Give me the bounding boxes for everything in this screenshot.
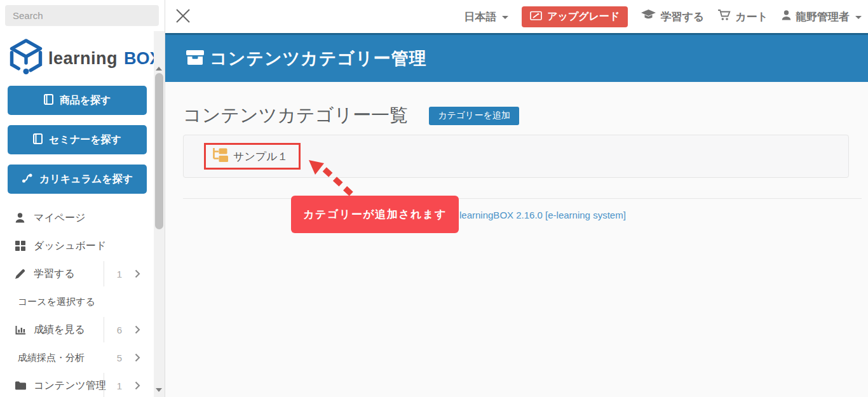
footer-version-link[interactable]: learningBOX 2.16.0 [e-learning system] (459, 210, 626, 220)
topbar-nav: 日本語 アップグレード 学習する カート (464, 0, 862, 33)
curriculum-icon (22, 173, 33, 186)
caret-down-icon (502, 16, 508, 19)
book-icon (33, 133, 43, 147)
sidebar-item-select-course[interactable]: コースを選択する (0, 288, 154, 316)
logo-word-learning: learning (48, 49, 118, 69)
caret-down-icon (855, 16, 862, 19)
menu-divider (104, 317, 104, 342)
app-root: learningBOX 商品を探す セミナーを探す (0, 0, 868, 397)
sidebar-item-label: 学習する (34, 267, 75, 281)
scrollbar-thumb[interactable] (155, 73, 163, 229)
category-highlight-rectangle: サンプル１ (204, 143, 301, 170)
scrollbar-up-arrow-icon[interactable] (156, 67, 162, 71)
person-icon (782, 10, 791, 24)
folder-icon (15, 381, 28, 390)
sidebar-menu: マイページ ダッシュボード 学習する 1 (0, 204, 154, 397)
find-products-label: 商品を探す (60, 94, 111, 107)
sidebar-scrollbar[interactable] (154, 31, 165, 397)
tooltip-category-added: カテゴリーが追加されます (291, 196, 459, 233)
nav-item-label: カート (735, 10, 768, 24)
sidebar: learningBOX 商品を探す セミナーを探す (0, 0, 165, 397)
menu-divider (104, 261, 104, 286)
topbar: 日本語 アップグレード 学習する カート (165, 0, 868, 33)
search-input[interactable] (5, 5, 159, 26)
menu-count-badge: 5 (112, 353, 127, 363)
menu-count-badge: 1 (112, 269, 127, 279)
sidebar-item-content-management[interactable]: コンテンツ管理 1 (0, 372, 154, 397)
sidebar-item-label: マイページ (34, 212, 86, 225)
category-item-sample1[interactable]: サンプル１ (233, 149, 288, 164)
upgrade-button[interactable]: アップグレード (522, 6, 628, 27)
sidebar-item-label: 成績を見る (34, 323, 85, 337)
sidebar-item-learn[interactable]: 学習する 1 (0, 260, 154, 288)
menu-count-badge: 1 (112, 380, 127, 391)
search-bar (0, 0, 165, 31)
find-curriculum-label: カリキュラムを探す (39, 173, 133, 186)
book-icon (44, 94, 53, 107)
sidebar-item-label: 成績採点・分析 (18, 352, 85, 364)
pencil-icon (15, 269, 28, 279)
learningbox-logo[interactable]: learningBOX (9, 39, 147, 78)
user-name-label: 龍野管理者 (796, 10, 850, 24)
upgrade-icon (530, 10, 542, 24)
add-category-button[interactable]: カテゴリーを追加 (429, 107, 519, 125)
sidebar-item-label: コンテンツ管理 (34, 379, 106, 393)
main-content: コンテンツカテゴリー一覧 カテゴリーを追加 サンプル１ learningBOX … (165, 82, 868, 397)
heading-row: コンテンツカテゴリー一覧 カテゴリーを追加 (183, 103, 519, 128)
menu-count-badge: 6 (112, 325, 127, 335)
page-title: コンテンツカテゴリー管理 (210, 47, 427, 70)
close-icon[interactable] (173, 6, 193, 27)
user-menu-dropdown[interactable]: 龍野管理者 (782, 10, 862, 24)
logo-word-box: BOX (124, 49, 154, 69)
language-dropdown[interactable]: 日本語 (464, 10, 508, 24)
page-header-band: コンテンツカテゴリー管理 (165, 33, 868, 82)
chevron-right-icon (135, 381, 140, 393)
chevron-right-icon (135, 353, 140, 365)
sidebar-item-grading-analysis[interactable]: 成績採点・分析 5 (0, 344, 154, 372)
sidebar-item-mypage[interactable]: マイページ (0, 204, 154, 232)
folder-tree-icon (211, 147, 229, 165)
nav-item-label: 学習する (660, 10, 704, 24)
scrollbar-down-arrow-icon[interactable] (156, 388, 162, 392)
dashboard-icon (15, 241, 28, 251)
sidebar-item-label: ダッシュボード (34, 239, 106, 253)
nav-item-cart[interactable]: カート (717, 9, 768, 24)
sidebar-item-label: コースを選択する (18, 296, 95, 308)
cart-icon (717, 9, 731, 24)
sidebar-scroll-area: learningBOX 商品を探す セミナーを探す (0, 31, 154, 397)
content-divider (183, 198, 862, 199)
find-curriculum-button[interactable]: カリキュラムを探す (8, 165, 147, 194)
archive-icon (186, 49, 205, 69)
menu-divider (104, 373, 104, 397)
nav-item-learn[interactable]: 学習する (641, 10, 704, 24)
user-icon (15, 213, 28, 223)
sidebar-item-view-grades[interactable]: 成績を見る 6 (0, 316, 154, 344)
upgrade-label: アップグレード (547, 10, 620, 24)
chevron-right-icon (135, 269, 140, 281)
find-seminars-label: セミナーを探す (49, 133, 121, 147)
logo-cube-icon (9, 37, 43, 79)
language-label: 日本語 (464, 10, 496, 24)
chart-icon (15, 325, 28, 335)
category-list-panel: サンプル１ (183, 135, 849, 178)
sidebar-item-dashboard[interactable]: ダッシュボード (0, 232, 154, 260)
find-seminars-button[interactable]: セミナーを探す (8, 125, 147, 154)
section-heading: コンテンツカテゴリー一覧 (183, 103, 408, 128)
find-products-button[interactable]: 商品を探す (8, 86, 147, 115)
graduation-cap-icon (641, 10, 656, 24)
chevron-right-icon (135, 325, 140, 337)
